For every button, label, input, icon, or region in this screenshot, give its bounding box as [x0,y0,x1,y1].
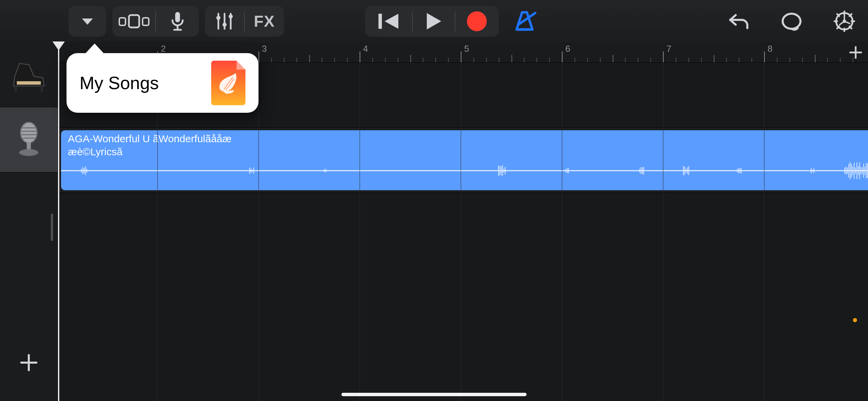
svg-rect-51 [252,170,253,172]
ruler-sub-tick [537,58,537,62]
svg-rect-73 [688,166,689,175]
svg-rect-74 [737,169,737,172]
barline [764,63,764,401]
svg-rect-82 [846,167,846,175]
ruler-sub-tick [435,58,436,62]
track-header-piano[interactable] [0,42,58,107]
ruler-sub-tick [739,58,739,62]
track-headers-sidebar [0,42,58,401]
skip-back-icon [377,12,400,30]
my-songs-popover[interactable]: My Songs [67,53,258,113]
undo-icon [728,12,749,30]
ruler-sub-tick [777,58,777,62]
tracks-view-button[interactable] [112,13,155,29]
svg-rect-89 [855,168,856,174]
svg-rect-53 [323,170,324,171]
svg-rect-85 [850,162,851,180]
track-controls-button[interactable] [205,12,244,31]
tracks-area[interactable]: AGA-Wonderful U ãWonderfulãååæ æè©Lyrics… [58,63,868,401]
svg-rect-54 [325,169,325,172]
ruler-sub-tick [789,58,790,62]
fx-label: FX [254,12,275,31]
divider [412,11,413,31]
barline [157,63,158,401]
ruler-bar-number: 5 [464,44,469,54]
ruler-sub-tick [549,58,550,62]
ruler-sub-tick [688,58,689,62]
svg-rect-57 [499,166,500,175]
svg-rect-45 [83,167,83,174]
sidebar-scroll-indicator[interactable] [51,214,53,241]
ruler-bar-number: 4 [363,44,368,54]
transport-cluster [365,6,540,37]
ruler-sub-tick [372,58,373,62]
go-to-start-button[interactable] [377,12,400,30]
ruler-sub-tick [726,58,727,62]
ruler-sub-tick [575,58,575,62]
svg-point-10 [222,23,227,27]
mixer-fx-toggle: FX [205,6,284,37]
track-header-mic[interactable] [0,107,58,172]
svg-rect-70 [684,167,685,175]
audio-waveform [61,159,868,183]
svg-rect-91 [858,166,859,175]
metronome-icon [513,10,537,32]
svg-point-40 [19,149,38,156]
ruler-bar-tick [562,51,563,62]
ruler-bar-number: 3 [262,44,267,54]
playhead[interactable] [58,42,59,401]
undo-button[interactable] [727,6,751,37]
svg-rect-81 [844,168,845,174]
audio-region-title: AGA-Wonderful U ãWonderfulãååæ æè©Lyrics… [61,130,868,158]
svg-rect-47 [85,166,86,175]
svg-point-9 [216,16,220,20]
ruler-sub-tick [511,55,512,62]
ruler-sub-tick [625,58,626,62]
browser-dropdown-button[interactable] [69,6,106,37]
ruler-sub-tick [448,58,449,62]
svg-rect-50 [251,169,251,173]
track-row[interactable]: AGA-Wonderful U ãWonderfulãååæ æè©Lyrics… [58,128,868,193]
microphone-icon [169,11,186,31]
add-section-button[interactable] [847,44,865,61]
metronome-button[interactable] [509,10,540,32]
my-songs-label: My Songs [80,73,159,93]
svg-rect-59 [502,165,503,176]
svg-rect-77 [741,168,742,173]
chevron-down-icon [79,13,96,29]
transport-controls [365,6,499,37]
ruler-bar-number: 6 [565,44,570,54]
top-toolbar: FX [0,0,868,42]
svg-rect-92 [859,162,860,179]
home-indicator[interactable] [341,393,527,396]
svg-rect-94 [862,167,863,174]
ruler-sub-tick [271,58,272,62]
settings-button[interactable] [832,6,856,37]
audio-region[interactable]: AGA-Wonderful U ãWonderfulãååæ æè©Lyrics… [61,130,868,190]
add-track-button[interactable] [15,349,43,376]
svg-rect-46 [84,168,85,173]
mic-input-button[interactable] [156,11,199,31]
barline [360,63,360,401]
loop-browser-button[interactable] [780,6,804,37]
svg-rect-96 [865,167,865,175]
svg-rect-86 [851,164,852,177]
svg-rect-71 [686,169,686,173]
svg-rect-87 [853,167,853,175]
ruler-sub-tick [827,58,828,62]
ruler-sub-tick [309,55,310,62]
ruler-sub-tick [676,58,676,62]
svg-rect-3 [175,12,180,22]
ruler-sub-tick [347,58,348,62]
svg-rect-31 [15,86,17,92]
record-button[interactable] [467,11,487,31]
play-button[interactable] [425,12,443,31]
svg-rect-32 [41,86,43,92]
fx-button[interactable]: FX [245,12,284,31]
ruler-sub-tick [751,58,752,62]
ruler-sub-tick [650,58,651,62]
svg-rect-64 [568,168,569,173]
svg-rect-80 [813,168,814,173]
svg-rect-49 [249,168,250,174]
ruler-sub-tick [815,55,816,62]
